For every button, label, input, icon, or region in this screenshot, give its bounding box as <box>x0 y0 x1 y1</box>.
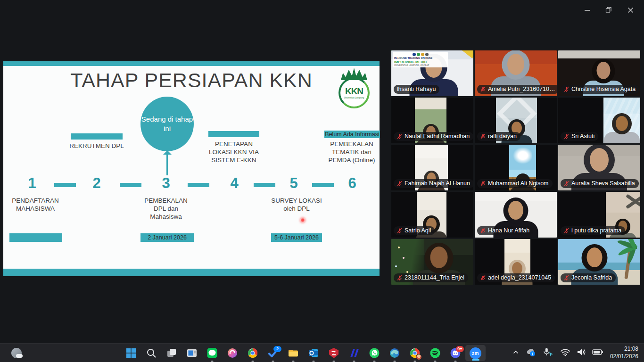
tray-volume-button[interactable] <box>574 346 588 361</box>
muted-mic-icon <box>480 181 486 187</box>
close-button[interactable] <box>619 2 641 18</box>
ceiling-light-glow <box>513 148 532 164</box>
banner-line3: UNIVERSITAS LAMPUNG, 22-23 AP <box>394 64 446 67</box>
taskbar-app-start[interactable] <box>121 344 141 362</box>
step3-number: 3 <box>156 175 176 192</box>
taskbar-app-file-explorer[interactable] <box>283 344 303 362</box>
taskbar-app-slashes-app[interactable] <box>344 344 364 362</box>
participant-tile[interactable]: i putu dika pratama <box>558 192 640 238</box>
muted-mic-icon <box>563 86 570 92</box>
shared-presentation-slide: TAHAP PERSIAPAN KKN KKN Universitas Lamp… <box>3 61 380 276</box>
taskbar-app-zotero[interactable] <box>323 344 344 362</box>
blue-slashes-icon <box>348 347 360 359</box>
minimize-icon <box>584 7 590 13</box>
participant-tile[interactable]: 2318011144_Tria Enjel <box>391 239 473 285</box>
taskbar-app-todo[interactable]: 2 <box>263 344 283 362</box>
step3-date-box: 2 Januari 2026 <box>140 233 194 242</box>
participant-nametag: Auralia Sheva Salsabilla <box>561 179 639 188</box>
step1-label: PENDAFTARAN MAHASISWA <box>7 197 64 213</box>
taskbar-app-media-player[interactable] <box>182 344 202 362</box>
muted-mic-icon <box>480 86 486 92</box>
outlook-icon <box>307 347 319 359</box>
participant-nametag: Muhammad Ali Ngisom <box>477 179 553 188</box>
taskbar-app-zoom[interactable]: zm <box>465 345 486 361</box>
timeline-dash <box>254 183 275 187</box>
widgets-weather-button[interactable] <box>6 346 27 361</box>
muted-mic-icon <box>480 133 486 140</box>
tray-wifi-button[interactable] <box>558 346 572 361</box>
tray-mic-location-button[interactable] <box>540 346 556 361</box>
clock-date: 02/01/2026 <box>610 353 638 361</box>
restore-icon <box>605 7 612 13</box>
windows-start-icon <box>125 347 137 359</box>
taskbar-app-copilot[interactable] <box>222 344 242 362</box>
slide-bottom-strip <box>3 269 380 276</box>
muted-mic-icon <box>563 275 570 281</box>
participant-tile[interactable]: Fahimah Najah Al Hanun <box>391 145 473 190</box>
task-view-icon <box>165 347 177 359</box>
participant-tile[interactable]: adel degia_2314071045 <box>475 239 557 285</box>
participant-tile[interactable]: Christine Risensia Agata <box>558 50 640 96</box>
participant-tile[interactable]: Naufal Fadhil Ramadhan <box>391 98 473 143</box>
windows-taskbar: 29+zm i 21:08 02/01/2026 <box>0 343 644 362</box>
step5-label: SURVEY LOKASI oleh DPL <box>271 197 322 213</box>
participant-nametag: Naufal Fadhil Ramadhan <box>394 132 473 141</box>
participant-nametag: raffi daiyan <box>477 132 520 141</box>
participant-name: Muhammad Ali Ngisom <box>488 180 549 187</box>
participant-nametag: Sri Astuti <box>561 132 598 141</box>
media-player-icon <box>186 347 198 359</box>
person-silhouette <box>603 113 640 143</box>
tray-onedrive-button[interactable]: i <box>523 346 538 361</box>
taskbar-app-chrome-profile[interactable] <box>405 344 425 362</box>
participant-tile[interactable]: Hana Nur Afifah <box>475 192 557 238</box>
line-app-icon <box>206 347 218 359</box>
tray-chevron-button[interactable] <box>510 346 521 361</box>
taskbar-app-chrome[interactable] <box>242 344 263 362</box>
restore-button[interactable] <box>598 2 619 18</box>
taskbar-app-edge[interactable] <box>384 344 405 362</box>
step3-label: PEMBEKALAN DPL dan Mahasiswa <box>140 197 192 221</box>
spotify-icon <box>429 347 441 359</box>
copilot-icon <box>226 347 238 359</box>
muted-mic-icon <box>563 181 570 187</box>
muted-mic-icon <box>396 133 403 140</box>
minimize-button[interactable] <box>576 2 598 18</box>
tray-battery-button[interactable] <box>590 346 605 361</box>
participant-name: i putu dika pratama <box>571 227 621 234</box>
taskbar-app-spotify[interactable] <box>425 344 445 362</box>
step4-label: PENETAPAN LOKASI KKN VIA SISTEM E-KKN <box>206 140 262 165</box>
mic-location-icon <box>542 347 554 359</box>
discord-icon: 9+ <box>449 347 461 359</box>
muted-mic-icon <box>480 228 486 234</box>
participant-nametag: Hana Nur Afifah <box>477 226 533 235</box>
notification-badge: 2 <box>273 346 281 352</box>
participant-tile[interactable]: Muhammad Ali Ngisom <box>475 145 557 190</box>
taskbar-app-whatsapp[interactable] <box>364 344 384 362</box>
kkn-unila-logo: KKN Universitas Lampung <box>336 68 372 111</box>
taskbar-app-line[interactable] <box>202 344 222 362</box>
banner-line2: IMPROVING MEDIC <box>394 60 446 64</box>
profile-avatar-badge <box>416 354 422 360</box>
person-face <box>430 247 447 268</box>
participant-tile[interactable]: Auralia Sheva Salsabilla <box>558 145 640 190</box>
participant-tile[interactable]: Amelia Putri_2316071067 <box>475 50 557 96</box>
taskbar-app-task-view[interactable] <box>161 344 182 362</box>
taskbar-app-discord[interactable]: 9+ <box>445 344 465 362</box>
participant-tile[interactable]: Satrio Aqil <box>391 192 473 238</box>
participant-tile[interactable]: IN-HOUSE TRAINING ON RESEIMPROVING MEDIC… <box>391 50 473 96</box>
participant-name: Fahimah Najah Al Hanun <box>405 180 470 187</box>
step4-number: 4 <box>224 175 245 192</box>
taskbar-clock[interactable]: 21:08 02/01/2026 <box>607 346 641 360</box>
taskbar-app-search[interactable] <box>141 344 161 362</box>
timeline-dash <box>54 183 76 187</box>
training-banner: IN-HOUSE TRAINING ON RESEIMPROVING MEDIC… <box>393 52 448 67</box>
participant-tile[interactable]: raffi daiyan <box>475 98 557 143</box>
step6-label: PEMBEKALAN TEMATIK dari PEMDA (Online) <box>321 140 383 165</box>
zoom-window-titlebar <box>0 0 644 21</box>
muted-mic-icon <box>563 133 570 140</box>
participant-name: Jeconia Safrida <box>571 274 612 281</box>
participant-tile[interactable]: Sri Astuti <box>558 98 640 143</box>
taskbar-app-outlook[interactable] <box>303 344 323 362</box>
participant-name: raffi daiyan <box>488 133 517 140</box>
participant-tile[interactable]: Jeconia Safrida <box>558 239 640 285</box>
